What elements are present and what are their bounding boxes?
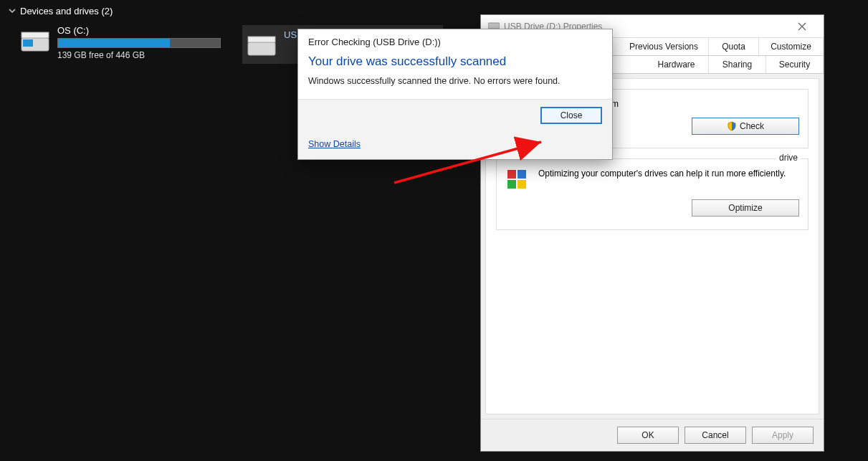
properties-footer: OK Cancel Apply xyxy=(481,419,824,451)
dialog-actions: Close xyxy=(298,99,612,131)
svg-rect-6 xyxy=(507,170,516,179)
optimize-group: drive Optimizing your computer's drives … xyxy=(496,158,809,230)
cancel-button[interactable]: Cancel xyxy=(685,427,746,444)
check-button[interactable]: Check xyxy=(692,118,799,135)
svg-rect-7 xyxy=(518,170,526,179)
drive-body: OS (C:) 139 GB free of 446 GB xyxy=(57,25,221,60)
svg-rect-9 xyxy=(518,180,526,189)
dialog-title: Error Checking (USB Drive (D:)) xyxy=(298,29,612,47)
optimize-group-title: drive xyxy=(776,153,801,163)
apply-label: Apply xyxy=(772,430,793,440)
drive-name: OS (C:) xyxy=(57,25,221,36)
hdd-icon xyxy=(20,25,50,55)
svg-rect-1 xyxy=(23,39,33,47)
usage-bar-fill xyxy=(58,39,170,47)
dialog-message: Windows successfully scanned the drive. … xyxy=(298,73,612,99)
check-button-label: Check xyxy=(740,121,764,131)
tab-sharing[interactable]: Sharing xyxy=(709,56,766,73)
tab-quota[interactable]: Quota xyxy=(709,38,759,55)
optimize-button-label: Optimize xyxy=(728,203,762,213)
shield-icon xyxy=(727,121,737,131)
dialog-footer: Show Details xyxy=(298,131,612,159)
drive-os-c[interactable]: OS (C:) 139 GB free of 446 GB xyxy=(20,25,221,64)
optimize-text: Optimizing your computer's drives can he… xyxy=(538,168,799,180)
svg-rect-8 xyxy=(507,180,516,189)
tab-security[interactable]: Security xyxy=(766,56,824,73)
defrag-icon xyxy=(505,168,530,192)
chevron-down-icon xyxy=(9,6,16,16)
error-checking-dialog: Error Checking (USB Drive (D:)) Your dri… xyxy=(297,29,613,160)
close-icon[interactable] xyxy=(788,16,816,37)
hdd-icon xyxy=(247,29,277,60)
tab-hardware[interactable]: Hardware xyxy=(644,56,709,73)
svg-rect-2 xyxy=(22,32,49,38)
devices-section-label: Devices and drives (2) xyxy=(20,6,113,16)
svg-rect-3 xyxy=(248,42,275,55)
tab-previous-versions[interactable]: Previous Versions xyxy=(619,38,709,55)
ok-label: OK xyxy=(642,430,654,440)
drive-free-text: 139 GB free of 446 GB xyxy=(57,50,221,60)
optimize-button[interactable]: Optimize xyxy=(692,199,799,217)
close-button[interactable]: Close xyxy=(540,107,602,124)
close-button-label: Close xyxy=(561,110,583,120)
svg-rect-4 xyxy=(248,37,275,42)
svg-rect-5 xyxy=(488,23,500,29)
dialog-heading: Your drive was successfully scanned xyxy=(298,47,612,73)
cancel-label: Cancel xyxy=(702,430,728,440)
ok-button[interactable]: OK xyxy=(617,427,679,444)
tab-customize[interactable]: Customize xyxy=(759,38,824,55)
show-details-link[interactable]: Show Details xyxy=(308,139,361,149)
apply-button[interactable]: Apply xyxy=(752,427,814,444)
usage-bar xyxy=(57,38,221,48)
